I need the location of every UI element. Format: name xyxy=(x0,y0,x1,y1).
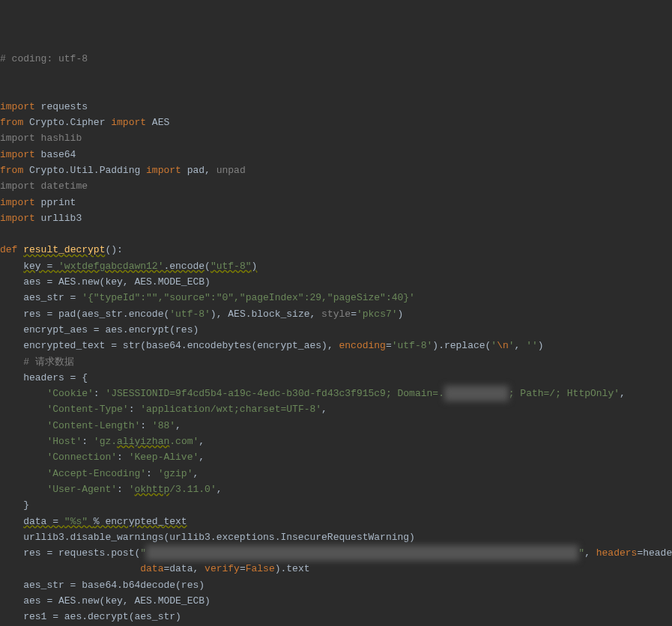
code-token: 'JSESSIONID=9f4cd5b4-a19c-4edc-b30d-fd43… xyxy=(105,388,444,399)
code-line[interactable]: res = requests.post("xxxxxxxxxxxxxxxxxxx… xyxy=(0,545,672,561)
code-token: from xyxy=(0,165,29,176)
code-token: 'Keep-Alive' xyxy=(129,452,199,463)
code-editor[interactable]: # coding: utf-8 import requestsfrom Cryp… xyxy=(0,48,672,626)
code-line[interactable]: import urllib3 xyxy=(0,210,672,226)
code-token: data = xyxy=(23,516,64,527)
code-line[interactable]: import pprint xyxy=(0,195,672,210)
code-line[interactable]: import datetime xyxy=(0,178,672,194)
code-token: aliyizhan xyxy=(117,436,169,447)
code-token: % encrypted_text xyxy=(94,516,187,527)
code-token: # coding: utf-8 xyxy=(0,53,88,64)
code-token: headers xyxy=(596,547,638,559)
code-line[interactable]: def result_decrypt(): xyxy=(0,242,672,258)
code-token: , xyxy=(620,388,626,399)
code-line[interactable] xyxy=(0,226,672,242)
code-line[interactable]: 'Host': 'gz.aliyizhan.com', xyxy=(0,434,672,449)
code-token: , xyxy=(123,276,135,288)
code-line[interactable]: 'Content-Length': '88', xyxy=(0,418,672,434)
code-line[interactable]: encrypted_text = str(base64.encodebytes(… xyxy=(0,338,672,353)
code-token: /3.11.0' xyxy=(169,484,216,495)
code-token: " xyxy=(140,547,146,559)
code-token: xxxxxxxxxxx xyxy=(444,386,509,401)
code-token xyxy=(0,563,140,574)
code-line[interactable]: 'Content-Type': 'application/wxt;charset… xyxy=(0,401,672,417)
code-line[interactable]: aes = AES.new(key, AES.MODE_ECB) xyxy=(0,274,672,290)
code-token: ' xyxy=(491,340,497,351)
code-line[interactable]: encrypt_aes = aes.encrypt(res) xyxy=(0,322,672,338)
code-line[interactable]: headers = { xyxy=(0,370,672,386)
code-token: '{"typeId":"","source":"0","pageIndex":2… xyxy=(82,292,415,303)
code-token: 'Content-Type' xyxy=(46,404,128,415)
code-token: requests xyxy=(41,101,88,112)
code-token: ).text xyxy=(275,563,310,574)
code-token: 'utf-8' xyxy=(392,340,433,351)
code-token: encrypted_text = xyxy=(0,340,123,351)
code-line[interactable]: key = 'wxtdefgabcdawn12'.encode("utf-8") xyxy=(0,258,672,274)
code-line[interactable] xyxy=(0,67,672,82)
code-token: 'Connection' xyxy=(46,452,117,463)
code-line[interactable]: import requests xyxy=(0,99,672,115)
code-token: urllib3 xyxy=(41,213,82,224)
code-token: = xyxy=(386,340,392,351)
code-line[interactable] xyxy=(0,82,672,98)
code-token: result_decrypt xyxy=(23,244,105,255)
code-token: import xyxy=(111,117,152,128)
code-token: , xyxy=(123,595,135,607)
code-token: str xyxy=(123,340,140,351)
code-token: 'Host' xyxy=(46,436,82,447)
code-token xyxy=(0,356,23,368)
code-token: import hashlib xyxy=(0,133,82,144)
code-line[interactable]: aes_str = base64.b64decode(res) xyxy=(0,577,672,593)
code-line[interactable]: 'User-Agent': 'okhttp/3.11.0', xyxy=(0,481,672,497)
code-line[interactable]: res = pad(aes_str.encode('utf-8'), AES.b… xyxy=(0,306,672,322)
code-token xyxy=(0,468,46,479)
code-line[interactable]: aes = AES.new(key, AES.MODE_ECB) xyxy=(0,593,672,609)
code-token: 'utf-8' xyxy=(169,309,211,320)
code-line[interactable]: import base64 xyxy=(0,147,672,162)
code-token: '' xyxy=(526,340,538,351)
code-token: =data xyxy=(163,563,193,574)
code-token: aes = AES.new(key xyxy=(0,276,123,288)
code-token: , xyxy=(193,563,205,574)
code-line[interactable]: aes_str = '{"typeId":"","source":"0","pa… xyxy=(0,290,672,306)
code-token: : xyxy=(146,468,158,479)
code-token: unpad xyxy=(217,165,246,176)
code-token: pad xyxy=(187,165,205,176)
code-token: verify xyxy=(205,563,240,574)
code-line[interactable]: # coding: utf-8 xyxy=(0,51,672,67)
code-line[interactable]: 'Cookie': 'JSESSIONID=9f4cd5b4-a19c-4edc… xyxy=(0,386,672,401)
code-line[interactable]: from Crypto.Util.Padding import pad, unp… xyxy=(0,162,672,178)
code-token: Crypto.Util.Padding xyxy=(29,165,146,176)
code-token: =headers xyxy=(637,547,672,559)
code-token: key = xyxy=(23,261,58,272)
code-token: , xyxy=(205,165,217,176)
code-token xyxy=(0,516,23,527)
code-token xyxy=(0,436,46,447)
code-token: "%s" xyxy=(64,516,94,527)
code-line[interactable]: 'Connection': 'Keep-Alive', xyxy=(0,449,672,465)
code-token: } xyxy=(0,499,29,511)
code-token: ) xyxy=(398,309,404,320)
code-line[interactable]: data=data, verify=False).text xyxy=(0,561,672,577)
code-token: , xyxy=(327,340,339,351)
code-token: pprint xyxy=(41,197,76,208)
code-token: , xyxy=(175,420,181,431)
code-token: import xyxy=(0,101,41,112)
code-line[interactable]: data = "%s" % encrypted_text xyxy=(0,514,672,529)
code-token: : xyxy=(117,452,129,463)
code-token xyxy=(0,452,46,463)
code-token: ' xyxy=(509,340,515,351)
code-line[interactable]: import hashlib xyxy=(0,130,672,146)
code-line[interactable]: 'Accept-Encoding': 'gzip', xyxy=(0,466,672,481)
code-token: 'Content-Length' xyxy=(46,420,140,431)
code-line[interactable]: # 请求数据 xyxy=(0,354,672,370)
code-token: .com' xyxy=(169,436,199,447)
code-token: , xyxy=(193,468,199,479)
code-token xyxy=(0,388,46,399)
code-token: ( xyxy=(205,261,211,272)
code-line[interactable]: } xyxy=(0,497,672,513)
code-line[interactable]: urllib3.disable_warnings(urllib3.excepti… xyxy=(0,529,672,545)
code-token: False xyxy=(246,563,275,574)
code-line[interactable]: res1 = aes.decrypt(aes_str) xyxy=(0,609,672,625)
code-line[interactable]: from Crypto.Cipher import AES xyxy=(0,115,672,130)
